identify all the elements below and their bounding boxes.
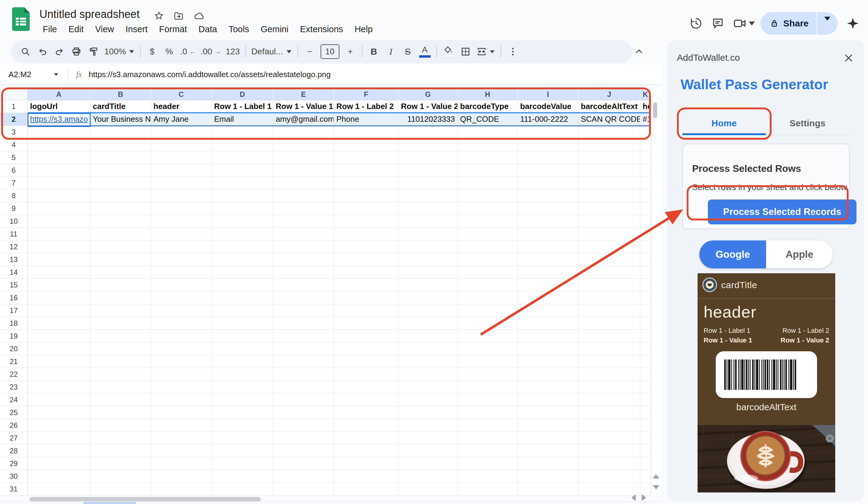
- cell-B2[interactable]: Your Business N: [90, 113, 151, 126]
- cell-D8[interactable]: [212, 190, 273, 202]
- cell-C15[interactable]: [151, 279, 212, 291]
- strikethrough-button[interactable]: S: [400, 42, 416, 61]
- cell-B1[interactable]: cardTitle: [90, 100, 151, 113]
- cell-G1[interactable]: Row 1 - Value 2: [399, 100, 458, 113]
- name-box-caret[interactable]: [54, 73, 58, 75]
- cell-K19[interactable]: [640, 330, 651, 342]
- cell-A31[interactable]: [28, 483, 90, 495]
- cell-F4[interactable]: [334, 139, 399, 151]
- cell-G2[interactable]: 11012023333: [399, 113, 458, 126]
- cell-K11[interactable]: [640, 228, 651, 241]
- menu-gemini[interactable]: Gemini: [255, 22, 294, 37]
- cell-I30[interactable]: [518, 470, 578, 483]
- cell-J14[interactable]: [578, 266, 640, 279]
- cell-D18[interactable]: [212, 317, 273, 330]
- cell-E29[interactable]: [273, 457, 334, 470]
- cell-E8[interactable]: [273, 190, 334, 202]
- cell-F8[interactable]: [334, 190, 399, 202]
- cell-J6[interactable]: [578, 164, 640, 177]
- cell-D22[interactable]: [212, 368, 273, 381]
- cell-B18[interactable]: [90, 317, 151, 330]
- row-header-9[interactable]: 9: [0, 202, 28, 215]
- cell-D21[interactable]: [212, 355, 273, 368]
- cell-J19[interactable]: [578, 330, 640, 342]
- toggle-apple[interactable]: Apple: [766, 241, 833, 269]
- increase-decimal-button[interactable]: .00→: [198, 42, 223, 61]
- cell-E28[interactable]: [273, 444, 334, 457]
- row-header-15[interactable]: 15: [0, 279, 28, 291]
- cell-G27[interactable]: [399, 432, 458, 444]
- cell-F17[interactable]: [334, 304, 399, 317]
- format-percent-button[interactable]: %: [161, 42, 178, 61]
- cell-D13[interactable]: [212, 253, 273, 266]
- cell-A29[interactable]: [28, 457, 90, 470]
- cell-C4[interactable]: [151, 139, 212, 151]
- cell-G4[interactable]: [399, 139, 458, 151]
- cell-F2[interactable]: Phone: [334, 113, 399, 126]
- cell-F6[interactable]: [334, 164, 399, 177]
- cell-I10[interactable]: [518, 215, 578, 228]
- cell-D14[interactable]: [212, 266, 273, 279]
- cell-I4[interactable]: [518, 139, 578, 151]
- cell-D15[interactable]: [212, 279, 273, 291]
- cell-A20[interactable]: [28, 342, 90, 355]
- cell-E10[interactable]: [273, 215, 334, 228]
- cell-D25[interactable]: [212, 406, 273, 419]
- print-icon[interactable]: [68, 42, 85, 61]
- cell-link[interactable]: https://s3.amazo: [30, 114, 88, 124]
- column-header-B[interactable]: B: [90, 89, 151, 100]
- cell-E19[interactable]: [273, 330, 334, 342]
- scroll-up-arrow[interactable]: [653, 474, 659, 478]
- cell-C8[interactable]: [151, 190, 212, 202]
- cell-C25[interactable]: [151, 406, 212, 419]
- cell-I22[interactable]: [518, 368, 578, 381]
- cell-A30[interactable]: [28, 470, 90, 483]
- cell-F3[interactable]: [334, 126, 399, 139]
- row-header-5[interactable]: 5: [0, 151, 28, 164]
- cell-C17[interactable]: [151, 304, 212, 317]
- cell-D2[interactable]: Email: [212, 113, 273, 126]
- cell-J29[interactable]: [578, 457, 640, 470]
- cell-K9[interactable]: [640, 202, 651, 215]
- column-header-E[interactable]: E: [273, 89, 334, 100]
- cell-B9[interactable]: [90, 202, 151, 215]
- search-icon[interactable]: [17, 42, 34, 61]
- paint-format-icon[interactable]: [85, 42, 102, 61]
- cell-C30[interactable]: [151, 470, 212, 483]
- cell-G18[interactable]: [399, 317, 458, 330]
- column-header-G[interactable]: G: [399, 89, 458, 100]
- cell-K2[interactable]: #1: [640, 113, 651, 126]
- cell-A26[interactable]: [28, 419, 90, 432]
- row-header-31[interactable]: 31: [0, 483, 28, 495]
- cell-E5[interactable]: [273, 151, 334, 164]
- cell-J3[interactable]: [578, 126, 640, 139]
- number-format-button[interactable]: 123: [223, 42, 242, 61]
- cell-C11[interactable]: [151, 228, 212, 241]
- cell-B7[interactable]: [90, 177, 151, 190]
- cell-F7[interactable]: [334, 177, 399, 190]
- cell-F9[interactable]: [334, 202, 399, 215]
- cell-B14[interactable]: [90, 266, 151, 279]
- cell-G26[interactable]: [399, 419, 458, 432]
- cell-D16[interactable]: [212, 291, 273, 304]
- cell-C6[interactable]: [151, 164, 212, 177]
- cell-H18[interactable]: [458, 317, 518, 330]
- row-header-10[interactable]: 10: [0, 215, 28, 228]
- cell-E22[interactable]: [273, 368, 334, 381]
- cell-H28[interactable]: [458, 444, 518, 457]
- cell-H19[interactable]: [458, 330, 518, 342]
- cell-I8[interactable]: [518, 190, 578, 202]
- cell-K30[interactable]: [640, 470, 651, 483]
- cell-F27[interactable]: [334, 432, 399, 444]
- cell-H23[interactable]: [458, 381, 518, 393]
- row-header-24[interactable]: 24: [0, 393, 28, 406]
- cell-B12[interactable]: [90, 241, 151, 253]
- cell-C22[interactable]: [151, 368, 212, 381]
- meet-video-icon[interactable]: [729, 12, 751, 34]
- cell-C14[interactable]: [151, 266, 212, 279]
- cell-F1[interactable]: Row 1 - Label 2: [334, 100, 399, 113]
- cell-E13[interactable]: [273, 253, 334, 266]
- cell-C26[interactable]: [151, 419, 212, 432]
- cell-A15[interactable]: [28, 279, 90, 291]
- cell-J13[interactable]: [578, 253, 640, 266]
